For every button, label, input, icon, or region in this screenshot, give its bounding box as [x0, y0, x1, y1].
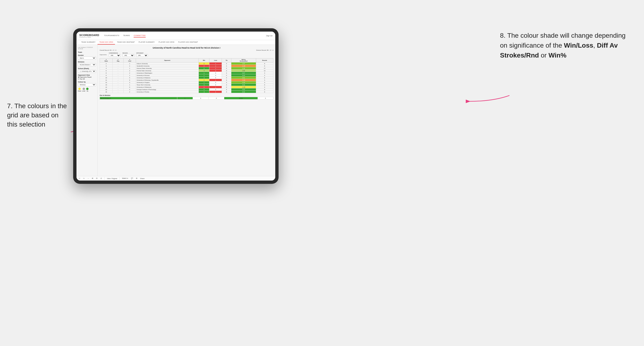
team-label: Team — [78, 51, 96, 53]
redo-button[interactable]: ↪ — [82, 177, 85, 179]
cell-conf: 1 — [124, 62, 136, 65]
cell-win: 1 — [199, 81, 210, 84]
grid-title: University of North Carolina Head-to-Hea… — [100, 47, 273, 49]
annotation-or: or — [539, 52, 548, 59]
filter-row: Opponents: Conference (All) Region (All) — [100, 52, 273, 57]
subnav-player-h2h-grid[interactable]: PLAYER H2H GRID — [157, 40, 176, 44]
paste-button[interactable]: ⊟ — [96, 177, 98, 179]
annotation-left-text: 7. The colours in the grid are based on … — [7, 102, 67, 128]
conference-select[interactable]: (All) — [109, 54, 121, 57]
out-of-division: Out of division NCAA Division II 1 0 0 2… — [100, 95, 273, 99]
annotation-comma: , — [593, 42, 597, 49]
ood-tie: 0 — [208, 97, 224, 99]
forward-button[interactable]: → — [87, 177, 90, 179]
subnav-team-h2h-heatmap[interactable]: TEAM H2H HEATMAP — [115, 40, 136, 44]
undo-button[interactable]: ↩ — [78, 177, 81, 179]
cell-conf: 2 — [124, 72, 136, 74]
watch-button[interactable]: Watch ▾ — [122, 177, 129, 179]
table-row: 14 - 0 University of Oklahoma 0 1 0 -1.0… — [100, 86, 273, 88]
cell-loss: 0 — [210, 84, 222, 86]
cell-win: 3 — [199, 91, 210, 93]
cell-rounds: 12 — [256, 70, 273, 72]
division-select[interactable]: NCAA Division I — [78, 63, 96, 66]
cell-win: 2 — [199, 62, 210, 65]
annotation-bold-winpct: Win% — [548, 52, 566, 59]
cell-rounds: 3 — [256, 86, 273, 88]
division-record: Division Record: 88 - 17 - 0 — [256, 49, 273, 51]
gender-select[interactable]: Men's — [78, 57, 96, 60]
cell-loss: 0 — [210, 74, 222, 77]
cell-rank: 12 — [100, 81, 112, 84]
school-label: School (Rank) — [78, 68, 96, 69]
cell-diff: 2.28 — [231, 67, 256, 70]
cell-tie: 0 — [222, 81, 231, 84]
legend-up-dot — [86, 88, 88, 90]
cell-loss: 0 — [210, 72, 222, 74]
table-row: 9 - 1 University of Arizona 1 0 0 9.00 2 — [100, 74, 273, 77]
cell-rounds: 3 — [256, 72, 273, 74]
colour-by-select[interactable]: Win/loss — [78, 83, 96, 86]
share-button[interactable]: Share — [140, 177, 145, 179]
cell-diff: 1.83 — [231, 70, 256, 72]
cell-rounds: 9 — [256, 88, 273, 91]
cell-rank: 13 — [100, 84, 112, 86]
comment-button[interactable]: 💬 — [130, 177, 134, 179]
cell-rounds: 8 — [256, 65, 273, 67]
school-section: School (Rank) 1. University of Nort... — [78, 68, 96, 73]
logo-text: SCOREBOARD — [79, 34, 99, 36]
table-row: 12 - 3 University of Virginia 1 0 0 2.33… — [100, 81, 273, 84]
cell-tie: 0 — [222, 84, 231, 86]
nav-committee[interactable]: COMMITTEE — [134, 34, 146, 37]
nav-tournaments[interactable]: TOURNAMENTS — [104, 34, 119, 37]
radio-opponents-played[interactable]: Opponents Played — [78, 76, 96, 78]
cell-loss: 2 — [210, 70, 222, 72]
cell-win: 0 — [199, 86, 210, 88]
cell-loss: 1 — [210, 86, 222, 88]
opponent-select[interactable]: (All) — [136, 54, 148, 57]
col-loss: Loss — [210, 58, 222, 62]
cell-tie: 0 — [222, 86, 231, 88]
cell-rank: 14 — [100, 86, 112, 88]
cell-win: 5 — [199, 88, 210, 91]
nav-items: TOURNAMENTS TEAMS COMMITTEE — [104, 34, 266, 37]
sign-out-button[interactable]: Sign out — [266, 35, 272, 36]
tablet-frame: SCOREBOARD Powered by clippd TOURNAMENTS… — [73, 28, 278, 184]
cell-opponent: Georgia Institute of Technology — [136, 88, 198, 91]
cell-diff: 2.61 — [231, 77, 256, 79]
table-header-row: #Rank #Reg #Conf Opponent Win Loss Tie D… — [100, 58, 273, 62]
cell-reg: - — [112, 70, 124, 72]
gender-section: Gender Men's — [78, 54, 96, 60]
subnav-team-summary[interactable]: TEAM SUMMARY — [79, 40, 98, 44]
subnav-player-summary[interactable]: PLAYER SUMMARY — [137, 40, 157, 44]
annotation-bold-winloss: Win/Loss — [564, 42, 593, 49]
cell-rounds: 9 — [256, 62, 273, 65]
ood-loss: 0 — [193, 97, 208, 99]
division-section: Division NCAA Division I — [78, 61, 96, 66]
region-select[interactable]: (All) — [122, 54, 134, 57]
tablet-screen: SCOREBOARD Powered by clippd TOURNAMENTS… — [76, 32, 275, 180]
cell-reg: - — [112, 62, 124, 65]
cell-reg: - — [112, 67, 124, 70]
out-of-division-table: NCAA Division II 1 0 0 24.00 3 — [100, 97, 273, 99]
cell-reg: - — [112, 81, 124, 84]
school-select[interactable]: 1. University of Nort... — [78, 70, 96, 73]
cell-conf: 2 — [124, 65, 136, 67]
subnav-player-h2h-heatmap[interactable]: PLAYER H2H HEATMAP — [176, 40, 200, 44]
subnav-team-h2h-grid[interactable]: TEAM H2H GRID — [98, 40, 115, 44]
opponent-view-label: Opponent View — [78, 74, 96, 76]
layout-button[interactable]: ⊞ — [136, 177, 138, 179]
radio-top100[interactable]: Top 100 — [78, 78, 96, 80]
out-of-division-label: Out of division — [100, 95, 273, 96]
cell-diff: -2.29 — [231, 65, 256, 67]
clock-button[interactable]: ⏱ — [100, 177, 102, 179]
copy-button[interactable]: ⊞ — [91, 177, 94, 179]
cell-opponent: Auburn University — [136, 62, 198, 65]
nav-teams[interactable]: TEAMS — [123, 34, 130, 37]
cell-opponent: Vanderbilt University — [136, 65, 198, 67]
sub-nav: TEAM SUMMARY TEAM H2H GRID TEAM H2H HEAT… — [76, 40, 275, 45]
view-original[interactable]: View: Original — [106, 177, 118, 179]
cell-win: 4 — [199, 70, 210, 72]
cell-tie: 0 — [222, 74, 231, 77]
cell-rounds: 3 — [256, 81, 273, 84]
cell-reg: - — [112, 72, 124, 74]
